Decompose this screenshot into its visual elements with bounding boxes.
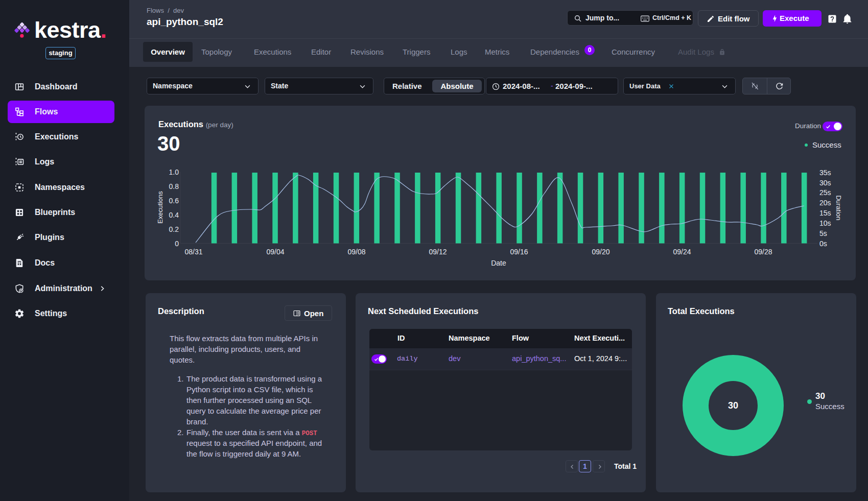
svg-text:0: 0 <box>175 240 179 248</box>
svg-text:09/12: 09/12 <box>429 248 447 256</box>
svg-text:Duration: Duration <box>835 195 842 220</box>
svg-text:Date: Date <box>491 259 506 267</box>
svg-text:0.8: 0.8 <box>169 182 179 190</box>
svg-text:5s: 5s <box>819 229 827 237</box>
svg-text:09/28: 09/28 <box>754 248 772 256</box>
svg-text:09/04: 09/04 <box>266 248 284 256</box>
svg-text:0s: 0s <box>819 240 827 248</box>
svg-text:25s: 25s <box>819 188 831 197</box>
svg-text:20s: 20s <box>819 199 831 207</box>
svg-text:09/16: 09/16 <box>510 248 528 256</box>
svg-text:0.2: 0.2 <box>169 225 179 233</box>
svg-text:15s: 15s <box>819 209 831 217</box>
svg-text:30: 30 <box>728 400 738 411</box>
svg-text:0.4: 0.4 <box>169 211 179 219</box>
svg-text:09/08: 09/08 <box>347 248 365 256</box>
svg-text:09/20: 09/20 <box>592 248 609 256</box>
svg-text:0.6: 0.6 <box>169 197 179 205</box>
svg-text:08/31: 08/31 <box>184 248 202 256</box>
svg-text:Executions: Executions <box>156 191 164 224</box>
svg-text:35s: 35s <box>819 169 831 177</box>
svg-text:09/24: 09/24 <box>673 248 691 256</box>
svg-text:30s: 30s <box>819 179 831 187</box>
svg-text:10s: 10s <box>819 219 831 227</box>
svg-text:1.0: 1.0 <box>169 168 179 176</box>
